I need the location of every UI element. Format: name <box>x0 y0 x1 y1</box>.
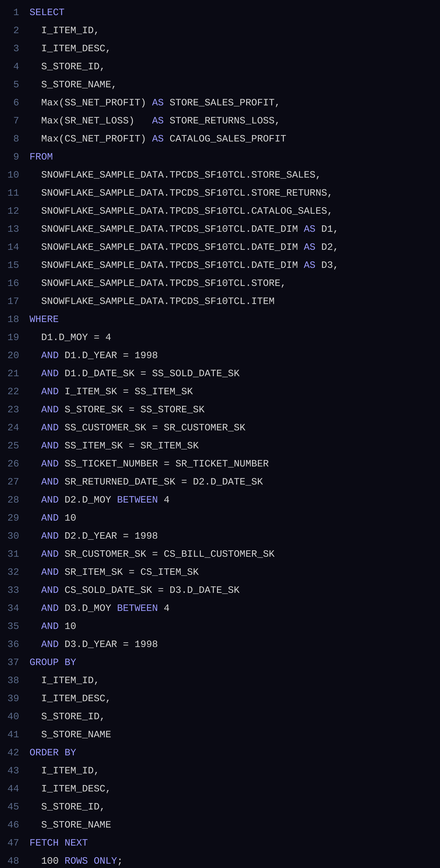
keyword-token: ROWS ONLY <box>65 856 117 867</box>
code-line[interactable]: SNOWFLAKE_SAMPLE_DATA.TPCDS_SF10TCL.STOR… <box>30 274 440 292</box>
text-token: S_STORE_ID, <box>30 61 105 72</box>
line-number: 29 <box>0 509 19 527</box>
text-token: Max(SS_NET_PROFIT) <box>30 97 152 108</box>
code-line[interactable]: S_STORE_NAME, <box>30 76 440 94</box>
code-line[interactable]: AND D2.D_YEAR = 1998 <box>30 527 440 545</box>
line-number: 8 <box>0 130 19 148</box>
code-line[interactable]: WHERE <box>30 310 440 329</box>
text-token: I_ITEM_ID, <box>30 25 99 36</box>
text-token <box>30 621 41 632</box>
line-number: 32 <box>0 563 19 581</box>
keyword-token: AND <box>41 494 59 505</box>
keyword-token: AND <box>41 621 59 632</box>
code-line[interactable]: AND D1.D_DATE_SK = SS_SOLD_DATE_SK <box>30 365 440 383</box>
line-number: 11 <box>0 184 19 202</box>
code-line[interactable]: AND S_STORE_SK = SS_STORE_SK <box>30 401 440 419</box>
code-line[interactable]: AND D2.D_MOY BETWEEN 4 <box>30 491 440 509</box>
line-number: 31 <box>0 545 19 563</box>
code-line[interactable]: S_STORE_NAME <box>30 816 440 834</box>
code-line[interactable]: AND D3.D_MOY BETWEEN 4 <box>30 599 440 617</box>
code-line[interactable]: I_ITEM_DESC, <box>30 780 440 798</box>
text-token: I_ITEM_DESC, <box>30 693 111 704</box>
code-line[interactable]: I_ITEM_ID, <box>30 22 440 39</box>
code-line[interactable]: AND I_ITEM_SK = SS_ITEM_SK <box>30 383 440 401</box>
code-line[interactable]: ORDER BY <box>30 744 440 762</box>
line-number: 27 <box>0 473 19 491</box>
code-line[interactable]: SELECT <box>30 3 440 22</box>
keyword-token: AND <box>41 386 59 397</box>
code-line[interactable]: AND 10 <box>30 617 440 636</box>
line-number: 43 <box>0 762 19 780</box>
code-line[interactable]: AND SR_ITEM_SK = CS_ITEM_SK <box>30 563 440 581</box>
code-line[interactable]: AND SS_ITEM_SK = SR_ITEM_SK <box>30 437 440 455</box>
code-line[interactable]: SNOWFLAKE_SAMPLE_DATA.TPCDS_SF10TCL.DATE… <box>30 238 440 256</box>
line-number: 14 <box>0 238 19 256</box>
text-token: D2.D_MOY <box>59 494 117 505</box>
code-line[interactable]: SNOWFLAKE_SAMPLE_DATA.TPCDS_SF10TCL.CATA… <box>30 202 440 220</box>
code-line[interactable]: AND D1.D_YEAR = 1998 <box>30 346 440 365</box>
text-token: D1.D_MOY = 4 <box>30 332 111 343</box>
code-line[interactable]: S_STORE_ID, <box>30 798 440 816</box>
code-line[interactable]: SNOWFLAKE_SAMPLE_DATA.TPCDS_SF10TCL.DATE… <box>30 256 440 274</box>
code-line[interactable]: AND SR_RETURNED_DATE_SK = D2.D_DATE_SK <box>30 473 440 491</box>
code-line[interactable]: 100 ROWS ONLY; <box>30 852 440 868</box>
code-line[interactable]: I_ITEM_ID, <box>30 762 440 780</box>
code-line[interactable]: SNOWFLAKE_SAMPLE_DATA.TPCDS_SF10TCL.STOR… <box>30 184 440 202</box>
text-token: 10 <box>59 513 76 524</box>
code-line[interactable]: Max(CS_NET_PROFIT) AS CATALOG_SALES_PROF… <box>30 130 440 148</box>
code-line[interactable]: S_STORE_ID, <box>30 708 440 726</box>
code-line[interactable]: D1.D_MOY = 4 <box>30 329 440 346</box>
keyword-token: AS <box>304 242 315 253</box>
keyword-token: FETCH NEXT <box>30 837 88 848</box>
code-line[interactable]: I_ITEM_DESC, <box>30 689 440 708</box>
code-line[interactable]: Max(SR_NET_LOSS) AS STORE_RETURNS_LOSS, <box>30 112 440 130</box>
text-token: I_ITEM_ID, <box>30 765 99 776</box>
line-number: 3 <box>0 39 19 58</box>
code-line[interactable]: SNOWFLAKE_SAMPLE_DATA.TPCDS_SF10TCL.STOR… <box>30 166 440 184</box>
code-editor[interactable]: 1234567891011121314151617181920212223242… <box>0 0 440 868</box>
code-line[interactable]: I_ITEM_DESC, <box>30 39 440 58</box>
code-line[interactable]: S_STORE_NAME <box>30 726 440 744</box>
text-token: D3.D_YEAR = 1998 <box>59 639 158 650</box>
text-token: I_ITEM_DESC, <box>30 783 111 795</box>
code-line[interactable]: S_STORE_ID, <box>30 58 440 76</box>
keyword-token: AS <box>304 224 315 235</box>
code-line[interactable]: AND SS_TICKET_NUMBER = SR_TICKET_NUMBER <box>30 455 440 473</box>
line-number: 19 <box>0 329 19 346</box>
text-token <box>30 549 41 560</box>
text-token: SS_CUSTOMER_SK = SR_CUSTOMER_SK <box>59 422 245 433</box>
code-line[interactable]: I_ITEM_ID, <box>30 672 440 689</box>
keyword-token: AND <box>41 513 59 524</box>
keyword-token: BETWEEN <box>117 494 158 505</box>
line-number: 36 <box>0 636 19 653</box>
line-number: 12 <box>0 202 19 220</box>
line-number: 47 <box>0 834 19 852</box>
code-line[interactable]: AND D3.D_YEAR = 1998 <box>30 636 440 653</box>
code-line[interactable]: GROUP BY <box>30 653 440 672</box>
keyword-token: AND <box>41 585 59 596</box>
text-token: SNOWFLAKE_SAMPLE_DATA.TPCDS_SF10TCL.CATA… <box>30 206 333 217</box>
keyword-token: AND <box>41 567 59 578</box>
code-line[interactable]: SNOWFLAKE_SAMPLE_DATA.TPCDS_SF10TCL.DATE… <box>30 220 440 238</box>
code-line[interactable]: AND CS_SOLD_DATE_SK = D3.D_DATE_SK <box>30 581 440 599</box>
code-area[interactable]: SELECT I_ITEM_ID, I_ITEM_DESC, S_STORE_I… <box>24 0 440 868</box>
line-number: 37 <box>0 653 19 672</box>
text-token: CATALOG_SALES_PROFIT <box>164 133 286 145</box>
line-number: 44 <box>0 780 19 798</box>
code-line[interactable]: AND 10 <box>30 509 440 527</box>
code-line[interactable]: SNOWFLAKE_SAMPLE_DATA.TPCDS_SF10TCL.ITEM <box>30 292 440 310</box>
code-line[interactable]: AND SR_CUSTOMER_SK = CS_BILL_CUSTOMER_SK <box>30 545 440 563</box>
code-line[interactable]: FETCH NEXT <box>30 834 440 852</box>
line-number: 35 <box>0 617 19 636</box>
line-number: 33 <box>0 581 19 599</box>
text-token <box>30 513 41 524</box>
text-token <box>30 422 41 433</box>
keyword-token: AS <box>152 115 164 126</box>
line-number: 20 <box>0 346 19 365</box>
code-line[interactable]: Max(SS_NET_PROFIT) AS STORE_SALES_PROFIT… <box>30 94 440 112</box>
text-token: ; <box>117 856 123 867</box>
code-line[interactable]: AND SS_CUSTOMER_SK = SR_CUSTOMER_SK <box>30 419 440 437</box>
code-line[interactable]: FROM <box>30 148 440 166</box>
text-token: SNOWFLAKE_SAMPLE_DATA.TPCDS_SF10TCL.STOR… <box>30 187 333 198</box>
text-token <box>30 639 41 650</box>
